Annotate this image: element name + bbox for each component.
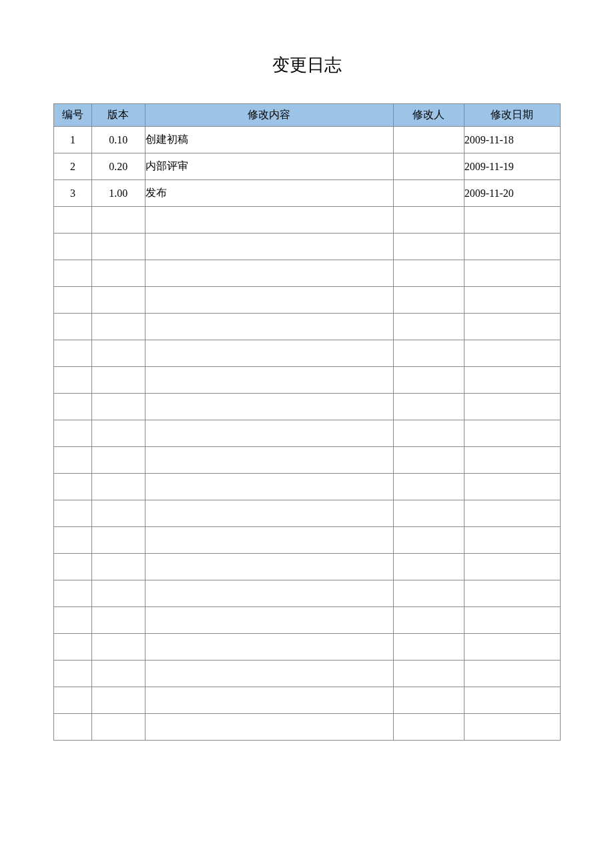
cell-version [91, 260, 145, 287]
col-header-version: 版本 [91, 104, 145, 127]
cell-version [91, 474, 145, 500]
cell-date [464, 714, 560, 741]
cell-author [393, 153, 464, 180]
cell-version [91, 714, 145, 741]
cell-id: 1 [54, 127, 92, 153]
cell-date [464, 287, 560, 314]
cell-date [464, 687, 560, 714]
cell-content [145, 447, 393, 474]
cell-date [464, 580, 560, 607]
cell-version [91, 340, 145, 367]
cell-date [464, 474, 560, 500]
cell-id [54, 260, 92, 287]
cell-content [145, 661, 393, 687]
cell-author [393, 607, 464, 634]
cell-content [145, 314, 393, 340]
cell-author [393, 714, 464, 741]
cell-author [393, 287, 464, 314]
cell-version [91, 661, 145, 687]
cell-content [145, 687, 393, 714]
cell-author [393, 340, 464, 367]
cell-id [54, 580, 92, 607]
table-row [54, 634, 561, 661]
cell-author [393, 447, 464, 474]
cell-date: 2009-11-20 [464, 180, 560, 207]
table-row: 20.20内部评审2009-11-19 [54, 153, 561, 180]
cell-date [464, 607, 560, 634]
cell-author [393, 180, 464, 207]
cell-author [393, 314, 464, 340]
table-row [54, 367, 561, 394]
cell-author [393, 207, 464, 234]
cell-author [393, 127, 464, 153]
cell-author [393, 527, 464, 554]
cell-author [393, 234, 464, 260]
cell-version: 0.20 [91, 153, 145, 180]
cell-id [54, 554, 92, 580]
cell-content [145, 420, 393, 447]
cell-id [54, 607, 92, 634]
cell-id [54, 287, 92, 314]
cell-content [145, 527, 393, 554]
cell-version [91, 687, 145, 714]
cell-date [464, 447, 560, 474]
cell-id [54, 661, 92, 687]
cell-date [464, 420, 560, 447]
cell-author [393, 500, 464, 527]
cell-content [145, 394, 393, 420]
cell-date [464, 234, 560, 260]
table-row [54, 661, 561, 687]
cell-content: 内部评审 [145, 153, 393, 180]
table-row [54, 394, 561, 420]
cell-date [464, 394, 560, 420]
cell-date: 2009-11-18 [464, 127, 560, 153]
cell-content [145, 474, 393, 500]
cell-version [91, 234, 145, 260]
table-row [54, 607, 561, 634]
table-row [54, 447, 561, 474]
table-header-row: 编号 版本 修改内容 修改人 修改日期 [54, 104, 561, 127]
cell-author [393, 634, 464, 661]
cell-content [145, 580, 393, 607]
cell-date [464, 367, 560, 394]
cell-id: 3 [54, 180, 92, 207]
cell-id [54, 314, 92, 340]
cell-content [145, 207, 393, 234]
cell-id [54, 634, 92, 661]
cell-content [145, 714, 393, 741]
cell-version [91, 207, 145, 234]
cell-date [464, 554, 560, 580]
cell-version [91, 420, 145, 447]
cell-date [464, 207, 560, 234]
cell-date: 2009-11-19 [464, 153, 560, 180]
cell-version [91, 367, 145, 394]
cell-date [464, 340, 560, 367]
cell-version [91, 634, 145, 661]
cell-id: 2 [54, 153, 92, 180]
table-row [54, 714, 561, 741]
table-row [54, 580, 561, 607]
cell-id [54, 687, 92, 714]
changelog-table: 编号 版本 修改内容 修改人 修改日期 10.10创建初稿2009-11-182… [53, 103, 561, 741]
cell-version: 1.00 [91, 180, 145, 207]
cell-author [393, 394, 464, 420]
table-row [54, 420, 561, 447]
table-row [54, 474, 561, 500]
cell-id [54, 340, 92, 367]
cell-id [54, 234, 92, 260]
cell-id [54, 474, 92, 500]
table-row [54, 207, 561, 234]
cell-content [145, 340, 393, 367]
cell-id [54, 500, 92, 527]
table-row [54, 340, 561, 367]
table-row [54, 314, 561, 340]
cell-version [91, 394, 145, 420]
cell-date [464, 661, 560, 687]
table-row [54, 234, 561, 260]
cell-version [91, 580, 145, 607]
cell-author [393, 554, 464, 580]
cell-content [145, 260, 393, 287]
table-row [54, 500, 561, 527]
cell-date [464, 260, 560, 287]
cell-id [54, 367, 92, 394]
